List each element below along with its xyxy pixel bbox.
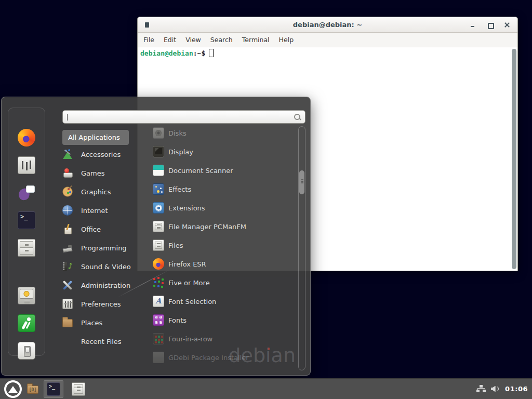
menu-terminal[interactable]: Terminal <box>237 36 274 44</box>
taskbar-tray: 01:06 <box>476 385 528 393</box>
font-selection-icon <box>153 296 164 307</box>
fonts-icon <box>153 314 164 326</box>
app-extensions[interactable]: Extensions <box>138 198 291 217</box>
maximize-button[interactable] <box>484 20 496 30</box>
category-preferences[interactable]: Preferences <box>51 295 138 313</box>
display-icon <box>153 146 164 157</box>
app-label: Firefox ESR <box>168 260 206 268</box>
app-label: Effects <box>168 185 191 193</box>
category-places[interactable]: Places <box>51 313 138 332</box>
four-in-a-row-icon <box>153 333 164 344</box>
menu-view[interactable]: View <box>181 36 206 44</box>
category-sound-video[interactable]: Sound & Video <box>51 257 138 276</box>
sound-video-icon <box>62 261 73 272</box>
app-disks[interactable]: Disks <box>138 124 291 142</box>
file-cabinet-icon <box>72 382 85 396</box>
effects-icon <box>153 183 164 195</box>
pidgin-icon[interactable] <box>18 184 35 202</box>
preferences-icon <box>62 299 73 309</box>
menu-edit[interactable]: Edit <box>159 36 181 44</box>
app-four-in-a-row[interactable]: Four-in-a-row <box>138 329 291 348</box>
terminal-icon <box>47 382 60 396</box>
firefox-icon[interactable] <box>18 129 35 147</box>
control-center-icon[interactable] <box>18 156 35 174</box>
category-label: Sound & Video <box>81 263 131 271</box>
file-cabinet-icon <box>153 221 164 232</box>
file-cabinet-icon <box>153 240 164 251</box>
menu-button[interactable] <box>4 380 22 398</box>
app-list-scrollbar[interactable] <box>298 126 305 370</box>
network-icon[interactable] <box>476 385 486 393</box>
app-document-scanner[interactable]: Document Scanner <box>138 161 291 180</box>
app-firefox-esr[interactable]: Firefox ESR <box>138 255 291 273</box>
file-manager-icon[interactable] <box>18 239 35 257</box>
category-all-applications[interactable]: All Applications <box>62 130 129 145</box>
category-programming[interactable]: Programming <box>51 238 138 257</box>
app-label: Fonts <box>168 316 187 324</box>
category-games[interactable]: Games <box>51 164 138 182</box>
app-fonts[interactable]: Fonts <box>138 311 291 329</box>
search-input[interactable] <box>69 112 294 122</box>
close-button[interactable] <box>501 20 513 30</box>
taskbar-left <box>4 380 88 398</box>
menu-search[interactable]: Search <box>206 36 237 44</box>
minimize-button[interactable] <box>467 20 479 30</box>
category-label: Games <box>81 169 104 177</box>
taskbar-terminal-button[interactable] <box>44 380 63 398</box>
folder-icon <box>62 319 73 327</box>
app-display[interactable]: Display <box>138 142 291 161</box>
category-label: Internet <box>81 207 108 215</box>
icon-placeholder <box>62 336 73 347</box>
search-box[interactable] <box>62 110 305 124</box>
favorites-rail <box>8 108 45 356</box>
terminal-scrollbar[interactable] <box>512 49 516 269</box>
category-accessories[interactable]: Accessories <box>51 145 138 164</box>
app-font-selection[interactable]: Font Selection <box>138 292 291 311</box>
log-out-icon[interactable] <box>18 314 35 332</box>
graphics-icon <box>62 187 73 197</box>
category-label: Programming <box>81 244 127 252</box>
terminal-titlebar[interactable]: debian@debian: ~ <box>138 17 517 33</box>
category-label: Preferences <box>81 300 121 308</box>
app-file-manager-pcmanfm[interactable]: File Manager PCManFM <box>138 217 291 236</box>
accessories-icon <box>62 149 73 159</box>
administration-tools-icon <box>62 280 73 290</box>
category-administration[interactable]: Administration <box>51 276 138 295</box>
menu-help[interactable]: Help <box>274 36 299 44</box>
app-five-or-more[interactable]: Five or More <box>138 273 291 292</box>
application-list: Disks Display Document Scanner Effects E… <box>138 124 291 367</box>
category-recent-files[interactable]: Recent Files <box>51 332 138 351</box>
shut-down-icon[interactable] <box>18 342 35 360</box>
app-label: Display <box>168 148 193 156</box>
menu-file[interactable]: File <box>139 36 159 44</box>
screensaver-lock-icon[interactable] <box>18 287 35 304</box>
category-internet[interactable]: Internet <box>51 201 138 220</box>
category-label: Office <box>81 225 101 233</box>
volume-icon[interactable] <box>491 385 500 393</box>
app-label: Disks <box>168 129 187 137</box>
scrollbar-thumb[interactable] <box>299 170 304 194</box>
prompt-user-host: debian@debian <box>140 49 193 57</box>
programming-icon <box>62 243 73 253</box>
app-label: Files <box>168 242 183 249</box>
category-office[interactable]: Office <box>51 220 138 238</box>
app-files[interactable]: Files <box>138 236 291 255</box>
five-or-more-icon <box>153 277 164 288</box>
category-label: Graphics <box>81 188 111 196</box>
category-label: Recent Files <box>81 338 122 345</box>
games-icon <box>62 168 73 178</box>
app-label: File Manager PCManFM <box>168 223 246 231</box>
search-icon <box>294 114 301 121</box>
terminal-icon[interactable] <box>18 211 35 229</box>
app-gdebi-package-installer[interactable]: GDebi Package Installer <box>138 348 291 367</box>
terminal-cursor <box>209 49 214 57</box>
app-label: GDebi Package Installer <box>168 354 249 362</box>
category-graphics[interactable]: Graphics <box>51 182 138 201</box>
taskbar-files-button[interactable] <box>69 380 88 398</box>
show-desktop-folder-icon[interactable] <box>27 385 38 394</box>
app-label: Extensions <box>168 204 205 212</box>
terminal-menubar: File Edit View Search Terminal Help <box>138 33 517 47</box>
app-effects[interactable]: Effects <box>138 180 291 198</box>
gdebi-icon <box>153 352 164 363</box>
clock[interactable]: 01:06 <box>505 385 528 393</box>
